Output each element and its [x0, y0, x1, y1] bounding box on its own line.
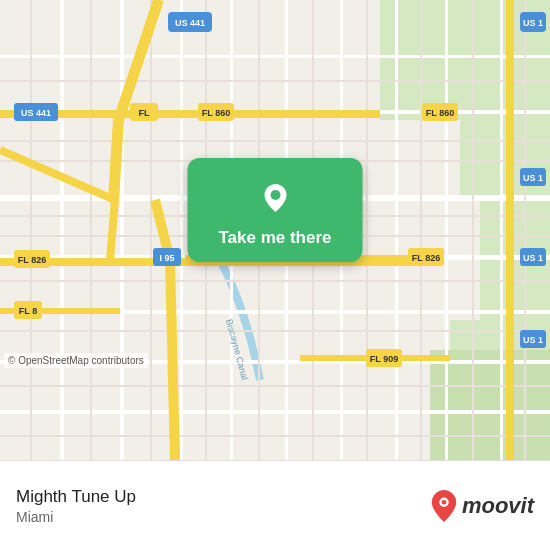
- svg-point-80: [442, 499, 447, 504]
- map-container: US 441 US 1 FL 860 FL 860 US 441 FL 826 …: [0, 0, 550, 460]
- take-me-there-button[interactable]: Take me there: [218, 228, 331, 248]
- svg-rect-31: [30, 0, 32, 460]
- svg-rect-14: [120, 0, 124, 460]
- location-info: Mighth Tune Up Miami: [16, 487, 136, 525]
- svg-rect-28: [0, 330, 550, 332]
- svg-text:US 441: US 441: [21, 108, 51, 118]
- svg-rect-21: [500, 0, 503, 460]
- take-me-there-card[interactable]: Take me there: [188, 158, 363, 262]
- svg-text:I 95: I 95: [159, 253, 174, 263]
- svg-rect-32: [90, 0, 92, 460]
- moovit-logo: moovit: [430, 490, 534, 522]
- svg-text:FL 826: FL 826: [412, 253, 440, 263]
- svg-text:US 441: US 441: [175, 18, 205, 28]
- svg-text:FL: FL: [139, 108, 150, 118]
- svg-rect-37: [366, 0, 368, 460]
- svg-text:FL 860: FL 860: [426, 108, 454, 118]
- svg-rect-23: [0, 140, 550, 142]
- svg-text:US 1: US 1: [523, 18, 543, 28]
- svg-rect-13: [60, 0, 64, 460]
- map-attribution: © OpenStreetMap contributors: [4, 353, 148, 368]
- svg-rect-20: [445, 0, 448, 460]
- svg-point-78: [270, 190, 280, 200]
- svg-rect-11: [0, 55, 550, 58]
- svg-rect-22: [0, 80, 550, 82]
- svg-rect-39: [472, 0, 474, 460]
- svg-rect-38: [420, 0, 422, 460]
- location-city: Miami: [16, 509, 136, 525]
- moovit-brand-text: moovit: [462, 493, 534, 519]
- svg-text:US 1: US 1: [523, 335, 543, 345]
- svg-rect-30: [0, 435, 550, 437]
- location-name: Mighth Tune Up: [16, 487, 136, 507]
- svg-rect-12: [0, 410, 550, 414]
- svg-text:US 1: US 1: [523, 173, 543, 183]
- svg-rect-29: [0, 385, 550, 387]
- svg-text:US 1: US 1: [523, 253, 543, 263]
- bottom-bar: Mighth Tune Up Miami moovit: [0, 460, 550, 550]
- svg-rect-33: [150, 0, 152, 460]
- svg-rect-19: [395, 0, 398, 460]
- svg-text:FL 826: FL 826: [18, 255, 46, 265]
- svg-rect-15: [180, 0, 183, 460]
- location-pin-icon: [253, 176, 297, 220]
- svg-text:FL 860: FL 860: [202, 108, 230, 118]
- moovit-pin-icon: [430, 490, 458, 522]
- svg-text:FL 8: FL 8: [19, 306, 37, 316]
- svg-rect-40: [524, 0, 526, 460]
- svg-text:FL 909: FL 909: [370, 354, 398, 364]
- svg-rect-27: [0, 280, 550, 282]
